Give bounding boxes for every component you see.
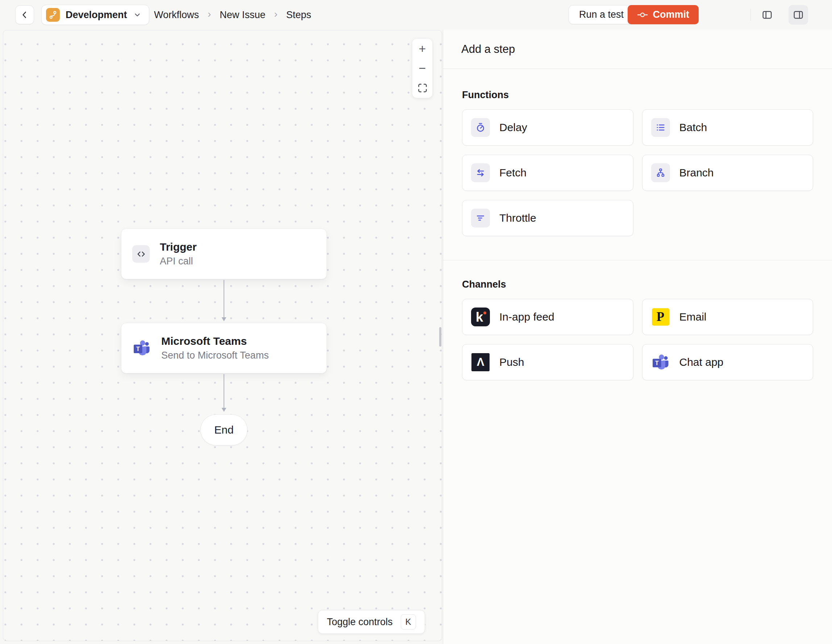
filter-lines-icon: [471, 209, 490, 227]
hierarchy-icon: [651, 163, 670, 182]
knock-dot: [483, 312, 486, 315]
throttle-step-card[interactable]: Throttle: [462, 200, 634, 236]
expo-logo-icon: Λ: [472, 353, 490, 371]
fit-view-icon: [418, 83, 427, 93]
trigger-node-title: Trigger: [160, 241, 197, 253]
git-commit-icon: [637, 10, 648, 20]
step-card-label: Push: [499, 356, 524, 368]
fetch-step-card[interactable]: Fetch: [462, 155, 634, 191]
step-card-label: Batch: [680, 121, 707, 134]
section-divider: [443, 260, 832, 260]
breadcrumb-separator-icon: ›: [274, 9, 277, 21]
branch-step-card[interactable]: Branch: [642, 155, 813, 191]
commit-button[interactable]: Commit: [628, 5, 699, 24]
step-card-label: Branch: [680, 166, 714, 179]
knock-letter: k: [476, 310, 483, 325]
toggle-left-panel-button[interactable]: [757, 5, 777, 25]
topbar: Development Workflows › New Issue › Step…: [0, 0, 832, 30]
in-app-feed-card[interactable]: k In-app feed: [462, 299, 634, 335]
workflow-editor: Development Workflows › New Issue › Step…: [0, 0, 832, 644]
teams-node-subtitle: Send to Microsoft Teams: [161, 350, 269, 361]
keyboard-shortcut-badge: K: [401, 614, 416, 630]
topbar-divider: [750, 9, 751, 21]
canvas-scrollbar[interactable]: [439, 327, 442, 347]
commit-label: Commit: [653, 9, 690, 20]
panel-content: Functions Delay: [443, 69, 832, 380]
zoom-controls: + −: [412, 38, 433, 98]
panel-title: Add a step: [461, 43, 515, 56]
back-button[interactable]: [15, 5, 34, 24]
environment-dropdown[interactable]: Development: [41, 5, 149, 25]
postmark-logo-icon: P: [652, 308, 669, 326]
toggle-controls-button[interactable]: Toggle controls K: [318, 610, 425, 634]
list-icon: [651, 118, 670, 137]
add-step-panel: Add a step Functions Delay: [443, 30, 832, 644]
channels-grid: k In-app feed P Email Λ Push: [462, 299, 813, 380]
email-card[interactable]: P Email: [642, 299, 813, 335]
ms-teams-icon: T: [132, 339, 151, 358]
svg-text:T: T: [136, 345, 140, 352]
functions-grid: Delay Batch: [462, 109, 813, 236]
step-card-label: Chat app: [680, 356, 724, 368]
trigger-node[interactable]: Trigger API call: [121, 229, 327, 279]
breadcrumb: Workflows › New Issue › Steps: [154, 0, 311, 30]
step-card-label: Delay: [499, 121, 527, 134]
push-card[interactable]: Λ Push: [462, 344, 634, 380]
breadcrumb-separator-icon: ›: [208, 9, 211, 21]
chevron-left-icon: [20, 10, 29, 19]
trigger-node-subtitle: API call: [160, 256, 197, 267]
step-card-label: Fetch: [499, 166, 526, 179]
batch-step-card[interactable]: Batch: [642, 109, 813, 145]
end-node[interactable]: End: [200, 414, 248, 446]
svg-text:T: T: [655, 360, 658, 366]
knock-logo-icon: k: [471, 307, 490, 326]
stopwatch-icon: [471, 118, 490, 137]
channels-section-label: Channels: [462, 278, 813, 290]
environment-label: Development: [66, 10, 127, 21]
zoom-in-button[interactable]: +: [412, 39, 432, 58]
panel-left-icon: [762, 10, 773, 20]
panel-right-icon: [793, 10, 804, 20]
toggle-controls-label: Toggle controls: [327, 617, 393, 628]
git-branch-icon: [46, 8, 60, 22]
chat-app-card[interactable]: T Chat app: [642, 344, 813, 380]
ms-teams-icon: T: [651, 353, 670, 372]
chevron-down-icon: [133, 11, 142, 19]
workflow-canvas[interactable]: + − Trigger API call: [3, 30, 442, 641]
breadcrumb-workflows[interactable]: Workflows: [154, 10, 199, 21]
fit-view-button[interactable]: [412, 78, 432, 98]
breadcrumb-steps: Steps: [286, 10, 311, 21]
breadcrumb-new-issue[interactable]: New Issue: [219, 10, 265, 21]
teams-node-title: Microsoft Teams: [161, 335, 269, 347]
delay-step-card[interactable]: Delay: [462, 109, 634, 145]
toggle-right-panel-button[interactable]: [789, 5, 808, 25]
code-icon: [132, 245, 150, 263]
transfer-arrows-icon: [471, 163, 490, 182]
panel-header: Add a step: [443, 30, 832, 69]
step-card-label: Email: [680, 311, 707, 323]
microsoft-teams-node[interactable]: T Microsoft Teams Send to Microsoft Team…: [121, 323, 327, 374]
zoom-out-button[interactable]: −: [412, 58, 432, 78]
run-test-button[interactable]: Run a test: [568, 5, 634, 24]
step-card-label: Throttle: [499, 212, 536, 224]
step-card-label: In-app feed: [499, 311, 554, 323]
functions-section-label: Functions: [462, 89, 813, 101]
